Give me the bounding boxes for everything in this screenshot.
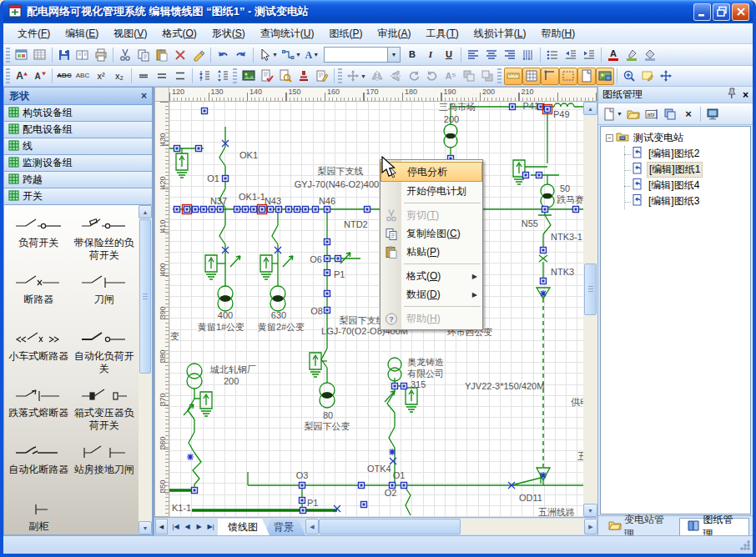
sheet-tab-1[interactable]: 馈线图	[218, 519, 270, 535]
toolbar-grip[interactable]	[6, 48, 10, 63]
menu-item-9[interactable]: 工具(T)	[418, 24, 466, 43]
shapes-scrollbar[interactable]: ▲ ▼	[139, 205, 152, 534]
font-combo-input[interactable]	[325, 48, 387, 62]
menu-item-4[interactable]: 格式(O)	[154, 24, 204, 43]
tb1-align-right-button[interactable]	[501, 46, 519, 63]
tb2-hspacing-1-button[interactable]	[134, 68, 153, 85]
tb1-preview-button[interactable]	[73, 46, 92, 63]
tb1-format-painter-button[interactable]	[189, 46, 208, 63]
tb2-approve-button[interactable]	[258, 68, 276, 85]
panel-tab-1[interactable]: 变电站管理	[602, 518, 679, 535]
scrollbar-thumb[interactable]	[584, 263, 597, 315]
scroll-down-icon[interactable]: ▼	[583, 504, 597, 517]
menu-item-7[interactable]: 图纸(P)	[321, 24, 370, 43]
tb2-vspacing-1-button[interactable]	[195, 68, 214, 85]
tb1-workspace-button[interactable]	[13, 46, 31, 63]
tb1-bullets-button[interactable]	[543, 46, 562, 63]
tb2-move-button[interactable]	[657, 68, 675, 85]
shape-item-fg[interactable]: 副柜	[6, 500, 72, 534]
canvas-vscrollbar[interactable]: ▲ ▼	[583, 102, 597, 517]
shape-item-zddl[interactable]: 自动化断路器	[6, 444, 72, 487]
menu-item-1[interactable]: 文件(F)	[10, 24, 58, 43]
tb2-hspacing-2-button[interactable]	[153, 68, 171, 85]
scroll-down-icon[interactable]: ▼	[139, 521, 152, 534]
tb2-flip-v-button[interactable]	[386, 68, 405, 85]
scroll-left-icon[interactable]: ◀	[305, 519, 319, 534]
tb1-pointer-button[interactable]: ▼	[256, 46, 280, 63]
chevron-down-icon[interactable]: ▼	[387, 48, 400, 62]
menu-item-8[interactable]: 审批(A)	[370, 24, 418, 43]
tree-root-substation[interactable]: −测试变电站	[602, 130, 748, 146]
tb2-bring-front-button[interactable]	[460, 68, 478, 85]
shape-group-1[interactable]: 构筑设备组	[3, 105, 153, 122]
tb1-datasheet-button[interactable]	[31, 46, 49, 63]
scrollbar-thumb[interactable]	[319, 519, 461, 534]
context-menu-item-9[interactable]: 数据(D)▶	[381, 285, 482, 304]
restore-button[interactable]	[713, 3, 730, 21]
tb1-save-button[interactable]	[55, 46, 73, 63]
panel-tab-2[interactable]: 图纸管理	[679, 518, 749, 535]
tb1-align-center-button[interactable]	[482, 46, 501, 63]
tb1-bold-button[interactable]: B	[403, 46, 421, 63]
toolbar-grip[interactable]	[6, 68, 10, 83]
tb2-grid-button[interactable]	[522, 68, 541, 85]
tb2-flip-h-button[interactable]	[368, 68, 386, 85]
close-button[interactable]	[732, 3, 749, 21]
tb1-font-color-button[interactable]: A	[604, 46, 622, 63]
sheet-nav-2[interactable]: ◀	[182, 523, 193, 530]
shape-group-5[interactable]: 跨越	[3, 172, 153, 188]
tb1-undo-button[interactable]	[214, 46, 232, 63]
title-bar[interactable]: 配电网络可视化管理系统 编辑馈线图 “图纸1” - 测试变电站	[3, 0, 753, 23]
scroll-up-icon[interactable]: ▲	[139, 205, 152, 218]
context-menu-item-2[interactable]: 开始停电计划	[381, 182, 482, 200]
shape-item-bfh[interactable]: 带保险丝的负荷开关	[72, 217, 138, 260]
tb2-rotate-left-button[interactable]	[405, 68, 423, 85]
tb2-superscript-button[interactable]: x²	[92, 68, 110, 85]
shape-group-6[interactable]: 开关	[3, 188, 153, 205]
toolbar-grip[interactable]	[497, 68, 501, 83]
menu-item-2[interactable]: 编辑(E)	[58, 24, 106, 43]
tb1-vertical-text-button[interactable]	[519, 46, 537, 63]
tree-item-sheet-2[interactable]: [编辑]图纸1	[602, 162, 748, 178]
close-icon[interactable]: ×	[743, 89, 748, 101]
tb1-outdent-button[interactable]	[562, 46, 580, 63]
tb2-pan-image-button[interactable]	[596, 68, 614, 85]
menu-item-3[interactable]: 视图(V)	[106, 24, 154, 43]
minimize-button[interactable]	[693, 3, 711, 21]
tb1-copy-button[interactable]	[134, 46, 153, 63]
tb2-zoom-fit-button[interactable]	[620, 68, 638, 85]
tb1-fill-color-button[interactable]	[641, 46, 659, 63]
diagram-canvas[interactable]: 三鸟市场200P41P49OK1O1OK1-1N37N43N46梨园下支线GYJ…	[169, 102, 583, 517]
shape-item-xsb[interactable]: 箱式变压器负荷开关	[72, 387, 138, 430]
tb1-italic-button[interactable]: I	[421, 46, 440, 63]
shape-item-dz[interactable]: 刀闸	[72, 273, 138, 317]
dp-delete-x-button[interactable]: ×	[679, 105, 698, 123]
dp-monitor-button[interactable]	[703, 105, 722, 123]
resize-grip[interactable]	[739, 539, 750, 550]
tb2-abc-button[interactable]: ABC	[73, 68, 92, 85]
tree-item-sheet-1[interactable]: [编辑]图纸2	[602, 146, 748, 162]
tb2-rotate-right-button[interactable]	[423, 68, 441, 85]
shape-item-dlq[interactable]: 断路器	[6, 273, 72, 317]
tree-item-sheet-4[interactable]: [编辑]图纸3	[602, 193, 748, 209]
dp-cascade-button[interactable]	[661, 105, 679, 123]
tb2-edit-doc-button[interactable]	[313, 68, 331, 85]
font-combo[interactable]: ▼	[324, 47, 401, 63]
shape-group-3[interactable]: 线	[3, 138, 153, 155]
tb1-print-button[interactable]	[92, 46, 110, 63]
tb2-marquee-button[interactable]	[559, 68, 577, 85]
sheet-nav-3[interactable]: ▶	[194, 523, 204, 530]
tb1-indent-button[interactable]	[580, 46, 598, 63]
sheet-tab-2[interactable]: 背景	[264, 519, 305, 535]
tb2-image-mode-button[interactable]	[239, 68, 258, 85]
shape-group-4[interactable]: 监测设备组	[3, 155, 153, 172]
dp-open-folder-button[interactable]	[624, 105, 643, 123]
tb2-grow-font-button[interactable]: A	[13, 68, 31, 85]
context-menu-item-8[interactable]: 格式(O)▶	[381, 267, 482, 285]
tb2-shrink-font-button[interactable]: A	[31, 68, 49, 85]
tb2-hspacing-3-button[interactable]	[171, 68, 189, 85]
tb1-highlight-button[interactable]	[622, 46, 641, 63]
dp-rename-abl-button[interactable]: abl	[643, 105, 661, 123]
tb2-text-rotate-button[interactable]: A⁵	[441, 68, 460, 85]
scroll-up-icon[interactable]: ▲	[583, 102, 597, 115]
